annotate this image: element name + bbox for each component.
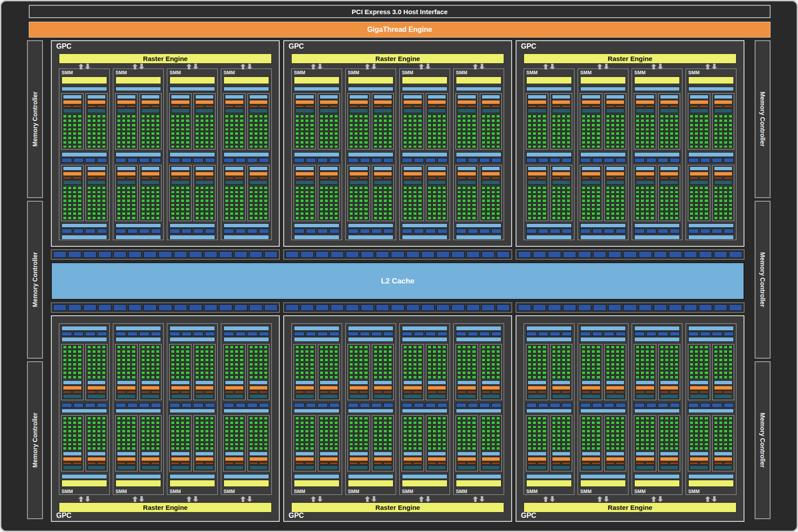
cuda-core (557, 186, 561, 190)
cuda-core (127, 375, 131, 379)
cuda-core (310, 363, 314, 366)
cuda-core (73, 145, 77, 149)
dispatch-unit-bar (562, 391, 571, 393)
dispatch-unit-row (225, 462, 244, 464)
instruction-buffer-bar (714, 452, 733, 456)
cuda-core (636, 132, 640, 135)
cuda-core (714, 354, 718, 358)
cuda-core (552, 443, 556, 446)
processing-block-pair (347, 415, 394, 471)
cuda-core (77, 216, 81, 220)
tex-unit-segment (604, 158, 614, 163)
register-file-bar (349, 465, 368, 470)
cuda-core (670, 358, 674, 362)
cuda-core (77, 443, 81, 446)
cuda-core (181, 132, 185, 135)
cuda-core (117, 203, 121, 207)
tex-unit-segment-row (294, 403, 339, 408)
processing-block-pair (526, 415, 572, 471)
cuda-core (719, 191, 723, 194)
dispatch-unit-bar (724, 105, 732, 107)
cuda-core (195, 119, 199, 122)
cuda-core (665, 115, 669, 118)
smm-row: SMMSMMSMMSMM (291, 69, 504, 240)
tex-unit-segment (414, 158, 424, 163)
cuda-core (729, 128, 732, 131)
register-file-bar (225, 394, 244, 399)
cuda-core (73, 429, 77, 433)
cuda-core (403, 119, 407, 122)
cuda-core (552, 371, 556, 375)
tex-unit-segment (526, 229, 537, 233)
register-file-bar (403, 180, 422, 185)
polymorph-engine-bar (170, 480, 215, 487)
cuda-core (428, 425, 432, 429)
cuda-core (621, 425, 625, 429)
texture-cache-bar (294, 326, 339, 331)
dispatch-unit-bar (73, 177, 81, 179)
cuda-core (146, 345, 150, 349)
dispatch-unit-bar (225, 462, 234, 464)
cuda-core (418, 141, 422, 144)
cuda-core (77, 421, 81, 425)
warp-scheduler-bar (690, 172, 709, 176)
cuda-core (486, 141, 490, 144)
cuda-core (264, 195, 268, 198)
crossbar-segment (482, 251, 495, 258)
dispatch-unit-bar (636, 391, 644, 393)
cuda-core (195, 367, 199, 371)
tex-unit-segment-row (580, 332, 626, 337)
cuda-core (383, 123, 387, 127)
instruction-cache-bar (348, 87, 393, 92)
cuda-core (185, 434, 189, 437)
dispatch-unit-row (295, 462, 314, 464)
cuda-core (528, 425, 532, 429)
cuda-core (611, 434, 615, 437)
tex-unit-segment (139, 403, 150, 408)
texture-cache-bar (402, 223, 447, 228)
cuda-core (300, 425, 304, 429)
dispatch-unit-bar (141, 462, 150, 464)
cuda-core (151, 443, 155, 446)
cuda-core (537, 216, 541, 220)
cuda-core (73, 421, 77, 425)
cuda-core (374, 207, 378, 211)
cuda-core (694, 425, 698, 429)
cuda-core (413, 438, 417, 442)
crossbar-segment (593, 304, 606, 311)
cuda-core (462, 195, 466, 198)
cuda-core (200, 443, 204, 446)
crossbar-segment (143, 304, 157, 311)
cuda-core (670, 141, 674, 144)
cuda-core (567, 136, 571, 140)
cuda-core (596, 345, 600, 349)
cuda-core (532, 363, 536, 366)
core-grid (606, 186, 625, 220)
cuda-core (305, 145, 309, 149)
crossbar-segment (482, 304, 495, 311)
cuda-core (329, 447, 333, 450)
tex-unit-segment (580, 229, 591, 233)
tex-unit-segment (127, 403, 138, 408)
cuda-core (650, 203, 654, 207)
cuda-core (557, 421, 561, 425)
texture-cache-bar (224, 152, 269, 157)
cuda-core (77, 207, 81, 211)
cuda-core (68, 447, 72, 450)
tex-unit-segment (170, 403, 180, 408)
cuda-core (699, 132, 703, 135)
dispatch-unit-bar (73, 391, 81, 393)
cuda-core (334, 186, 338, 190)
tex-unit-segment (371, 403, 382, 408)
cuda-core (127, 354, 131, 358)
cuda-core (349, 434, 353, 437)
cuda-core (542, 447, 546, 450)
cuda-core (621, 145, 625, 149)
instruction-cache-bar (224, 474, 269, 479)
crossbar-segment (376, 251, 389, 258)
core-grid (582, 417, 601, 450)
register-file-bar (428, 180, 447, 185)
warp-scheduler-bar (482, 457, 501, 461)
instruction-buffer-bar (171, 380, 190, 385)
cuda-core (532, 141, 536, 144)
